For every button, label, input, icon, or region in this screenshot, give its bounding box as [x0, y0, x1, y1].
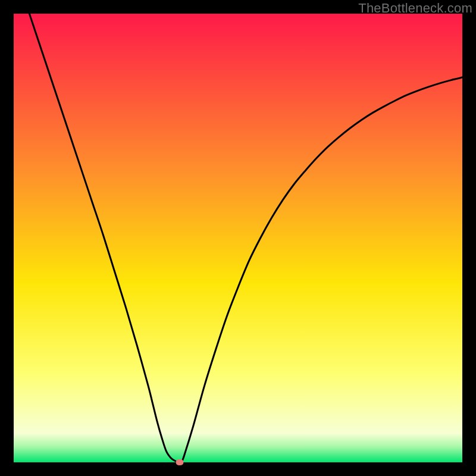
optimal-point-marker: [176, 459, 183, 465]
bottleneck-chart: [14, 14, 462, 462]
chart-frame: [14, 14, 462, 462]
watermark-text: TheBottleneck.com: [358, 1, 472, 16]
gradient-background: [14, 14, 462, 462]
